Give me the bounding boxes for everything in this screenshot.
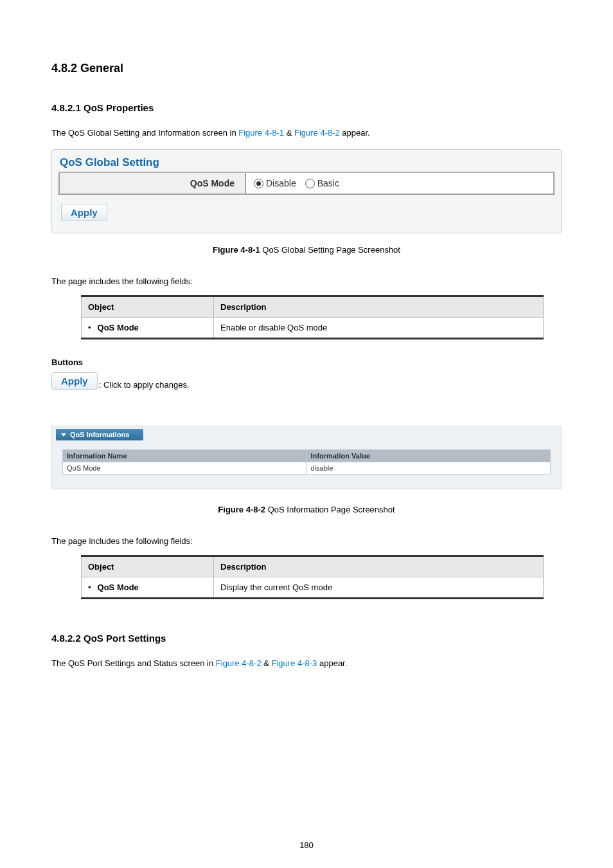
th-description: Description	[214, 296, 544, 318]
th-object: Object	[82, 296, 214, 318]
info-table: Information Name Information Value QoS M…	[62, 449, 551, 475]
fields-intro: The page includes the following fields:	[51, 276, 562, 286]
radio-basic[interactable]: Basic	[305, 178, 339, 188]
th-info-name: Information Name	[63, 450, 307, 462]
page-number: 180	[0, 840, 613, 850]
radio-icon	[254, 179, 263, 188]
figure-caption-rest: QoS Global Setting Page Screenshot	[260, 245, 400, 255]
panel-title: QoS Global Setting	[58, 155, 555, 173]
table-row: QoS Mode disable	[63, 462, 551, 475]
bullet-icon: •	[88, 583, 91, 592]
td-description: Enable or disable QoS mode	[214, 318, 544, 339]
th-object: Object	[82, 556, 214, 577]
th-description: Description	[214, 556, 544, 577]
buttons-desc: : Click to apply changes.	[99, 380, 190, 390]
intro-text: &	[262, 658, 272, 668]
intro-paragraph: The QoS Port Settings and Status screen …	[51, 656, 562, 671]
intro-text: appear.	[340, 128, 370, 138]
figure-caption-bold: Figure 4-8-1	[213, 245, 260, 255]
section-heading: 4.8.2 General	[51, 62, 562, 75]
intro-text: appear.	[317, 658, 347, 668]
figure-link[interactable]: Figure 4-8-3	[272, 658, 317, 668]
figure-link[interactable]: Figure 4-8-2	[294, 128, 340, 138]
table-row: • QoS Mode Enable or disable QoS mode	[82, 318, 544, 339]
table-row: • QoS Mode Display the current QoS mode	[82, 577, 544, 599]
figure-caption: Figure 4-8-1 QoS Global Setting Page Scr…	[51, 245, 562, 255]
td-object: • QoS Mode	[82, 577, 214, 599]
td-description: Display the current QoS mode	[214, 577, 544, 599]
radio-disable[interactable]: Disable	[254, 178, 296, 188]
td-info-value: disable	[306, 462, 551, 475]
radio-label: Basic	[317, 178, 339, 188]
form-row: QoS Mode Disable Basic	[58, 173, 555, 195]
intro-text: The QoS Port Settings and Status screen …	[51, 658, 216, 668]
qos-global-setting-screenshot: QoS Global Setting QoS Mode Disable Basi…	[51, 149, 562, 233]
fields-table: Object Description • QoS Mode Enable or …	[81, 295, 544, 339]
intro-text: &	[284, 128, 294, 138]
panel-title: QoS Informations	[70, 431, 129, 439]
fields-table: Object Description • QoS Mode Display th…	[81, 555, 544, 599]
td-object-text: QoS Mode	[98, 583, 139, 592]
radio-icon	[305, 179, 315, 188]
bullet-icon: •	[88, 323, 91, 332]
intro-text: The QoS Global Setting and Information s…	[51, 128, 238, 138]
fields-intro: The page includes the following fields:	[51, 536, 562, 546]
subsection-heading: 4.8.2.1 QoS Properties	[51, 102, 562, 113]
th-info-value: Information Value	[306, 450, 551, 462]
apply-button[interactable]: Apply	[51, 372, 98, 390]
buttons-heading: Buttons	[51, 357, 562, 367]
apply-row: Apply	[58, 195, 555, 222]
figure-caption: Figure 4-8-2 QoS Information Page Screen…	[51, 505, 562, 514]
subsection-heading: 4.8.2.2 QoS Port Settings	[51, 633, 562, 644]
td-object-text: QoS Mode	[98, 323, 139, 332]
radio-label: Disable	[266, 178, 296, 188]
intro-paragraph: The QoS Global Setting and Information s…	[51, 126, 562, 140]
panel-collapse-bar[interactable]: QoS Informations	[56, 429, 143, 440]
form-row-value: Disable Basic	[246, 173, 553, 194]
form-row-label: QoS Mode	[60, 173, 246, 194]
td-object: • QoS Mode	[82, 318, 214, 339]
buttons-line: Apply : Click to apply changes.	[51, 372, 562, 390]
figure-caption-bold: Figure 4-8-2	[218, 505, 265, 514]
td-info-name: QoS Mode	[63, 462, 307, 475]
figure-link[interactable]: Figure 4-8-1	[238, 128, 284, 138]
apply-button[interactable]: Apply	[61, 204, 107, 221]
page: 4.8.2 General 4.8.2.1 QoS Properties The…	[0, 0, 613, 868]
figure-caption-rest: QoS Information Page Screenshot	[265, 505, 395, 514]
chevron-down-icon	[61, 433, 66, 437]
qos-informations-screenshot: QoS Informations Information Name Inform…	[51, 426, 562, 489]
figure-link[interactable]: Figure 4-8-2	[216, 658, 262, 668]
